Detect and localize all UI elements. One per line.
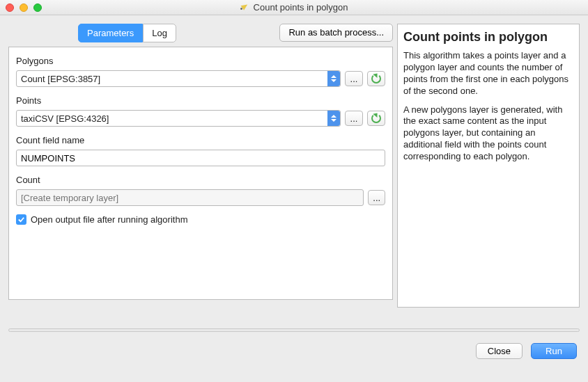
open-after-row[interactable]: Open output file after running algorithm bbox=[16, 214, 385, 225]
app-icon bbox=[240, 3, 250, 13]
check-icon bbox=[17, 216, 25, 223]
tab-selector: Parameters Log bbox=[78, 24, 176, 42]
polygons-value: Count [EPSG:3857] bbox=[21, 74, 100, 84]
polygons-iterate-button[interactable] bbox=[367, 71, 385, 86]
count-field-input[interactable] bbox=[16, 150, 385, 166]
polygons-select[interactable]: Count [EPSG:3857] bbox=[16, 70, 341, 87]
dots-icon: ... bbox=[373, 193, 380, 203]
progress-bar bbox=[8, 328, 580, 332]
titlebar: Count points in polygon bbox=[0, 0, 588, 15]
dialog-buttons: Close Run bbox=[8, 343, 580, 359]
open-after-label: Open output file after running algorithm bbox=[31, 214, 187, 225]
help-paragraph-2: A new polygons layer is generated, with … bbox=[403, 104, 573, 163]
open-after-checkbox[interactable] bbox=[16, 214, 26, 225]
window-title-text: Count points in polygon bbox=[254, 2, 348, 13]
count-field-label: Count field name bbox=[16, 135, 385, 145]
dropdown-icon bbox=[327, 111, 340, 126]
polygons-browse-button[interactable]: ... bbox=[345, 71, 363, 86]
run-button[interactable]: Run bbox=[531, 343, 577, 359]
help-paragraph-1: This algorithm takes a points layer and … bbox=[403, 50, 573, 97]
help-title: Count points in polygon bbox=[403, 30, 573, 45]
dropdown-icon bbox=[327, 71, 340, 86]
tab-log[interactable]: Log bbox=[143, 24, 176, 42]
help-panel: Count points in polygon This algorithm t… bbox=[397, 24, 580, 308]
points-browse-button[interactable]: ... bbox=[345, 111, 363, 126]
polygons-label: Polygons bbox=[16, 56, 385, 66]
dots-icon: ... bbox=[350, 113, 358, 124]
output-label: Count bbox=[16, 175, 385, 185]
window-title: Count points in polygon bbox=[0, 2, 588, 13]
output-browse-button[interactable]: ... bbox=[368, 190, 385, 205]
run-batch-button[interactable]: Run as batch process... bbox=[279, 24, 393, 42]
parameters-panel: Polygons Count [EPSG:3857] ... Points ta… bbox=[8, 47, 393, 300]
refresh-icon bbox=[371, 113, 381, 123]
top-toolbar: Parameters Log Run as batch process... bbox=[8, 24, 393, 42]
points-select[interactable]: taxiCSV [EPSG:4326] bbox=[16, 110, 341, 127]
points-value: taxiCSV [EPSG:4326] bbox=[21, 113, 109, 124]
points-label: Points bbox=[16, 95, 385, 106]
tab-parameters[interactable]: Parameters bbox=[78, 24, 143, 42]
dots-icon: ... bbox=[350, 74, 358, 84]
close-button[interactable]: Close bbox=[476, 343, 523, 359]
points-iterate-button[interactable] bbox=[367, 111, 385, 126]
output-input[interactable] bbox=[16, 189, 364, 206]
refresh-icon bbox=[371, 74, 381, 83]
